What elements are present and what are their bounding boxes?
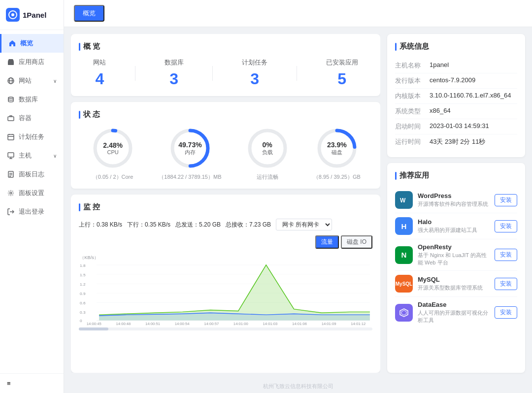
svg-point-1 [11,13,14,16]
sidebar-item-panel-settings[interactable]: 面板设置 [0,184,64,202]
sysinfo-uptime-val: 43天 23时 2分 11秒 [430,137,485,146]
menu-toggle-icon: ≡ [7,380,11,387]
gauge-disk: 23.9% 磁盘 （8.95 / 39.25）GB [313,126,361,181]
sysinfo-kernel-key: 内核版本 [395,92,430,100]
home-icon [8,39,16,47]
overview-tab[interactable]: 概览 [74,5,104,22]
stat-installed-value: 5 [326,70,358,88]
sysinfo-kernel: 内核版本 3.10.0-1160.76.1.el7.x86_64 [395,89,517,104]
tab-traffic[interactable]: 流量 [315,235,339,249]
scrollbar-thumb[interactable] [79,328,108,330]
sidebar-item-website-label: 网站 [19,76,32,85]
sidebar-menu: 概览 应用商店 网站 ∨ 数据库 容器 [0,30,64,373]
app-name-dataease: DataEase [418,301,490,308]
monitor-stat-total-send: 总发送：5.20 GB [175,221,221,229]
install-btn-dataease[interactable]: 安装 [495,306,517,319]
sidebar-item-appstore[interactable]: 应用商店 [0,53,64,71]
app-item-dataease: DataEase 人人可用的开源数据可视化分析工具 安装 [395,297,517,328]
gauge-memory-center: 49.73% 内存 [178,141,201,156]
calendar-icon [7,133,15,141]
overview-card: 概 览 网站 4 数据库 3 计划任务 3 [71,34,380,96]
sysinfo-arch-key: 系统类型 [395,107,430,116]
stat-database-label: 数据库 [165,58,184,67]
app-name-mysql: MySQL [418,276,490,283]
apps-card: 推荐应用 W WordPress 开源博客软件和内容管理系统 安装 [387,163,525,373]
svg-text:14:00:48: 14:00:48 [116,322,131,326]
install-btn-wordpress[interactable]: 安装 [495,194,517,206]
svg-point-6 [8,97,13,98]
gauge-disk-sublabel: （8.95 / 39.25）GB [313,173,361,181]
install-btn-openresty[interactable]: 安装 [495,249,517,261]
gauge-cpu-center: 2.48% CPU [103,141,123,155]
svg-text:（KB/s）: （KB/s） [80,256,99,261]
app-name-wordpress: WordPress [418,192,490,199]
stat-website-label: 网站 [93,58,106,67]
svg-text:0: 0 [80,319,82,324]
app-info-halo: Halo 强大易用的开源建站工具 [418,218,490,234]
gauge-memory: 49.73% 内存 （1884.22 / 3789.15）MB [159,126,221,181]
sysinfo-boot-time: 启动时间 2023-01-03 14:59:31 [395,119,517,134]
stat-database: 数据库 3 [165,58,184,88]
svg-text:14:00:51: 14:00:51 [145,322,160,326]
gauge-cpu-value: 2.48% [103,141,123,149]
sidebar-item-overview[interactable]: 概览 [0,34,64,53]
svg-text:14:01:12: 14:01:12 [351,322,366,326]
app-item-halo: H Halo 强大易用的开源建站工具 安装 [395,213,517,239]
sidebar-item-panel-log[interactable]: 面板日志 [0,165,64,184]
install-btn-halo[interactable]: 安装 [495,220,517,232]
stat-tasks-label: 计划任务 [242,58,267,67]
sidebar-item-container-label: 容器 [19,114,32,123]
topbar: 概览 [64,0,532,27]
tab-disk-io[interactable]: 磁盘 IO [341,235,372,249]
sysinfo-card: 系统信息 主机名称 1panel 发行版本 centos-7.9.2009 内核… [387,34,525,157]
monitor-stat-download: 下行：0.35 KB/s [127,221,170,229]
gauge-load: 0% 负载 运行流畅 [245,126,290,181]
container-icon [7,114,15,122]
gauge-memory-sublabel: （1884.22 / 3789.15）MB [159,173,221,181]
app-item-wordpress: W WordPress 开源博客软件和内容管理系统 安装 [395,187,517,213]
status-card-title: 状 态 [79,110,372,119]
settings-icon [7,189,15,197]
app-item-openresty: N OpenResty 基于 Nginx 和 LuaJIT 的高性能 Web 平… [395,239,517,271]
sysinfo-arch-val: x86_64 [430,107,451,116]
sysinfo-uptime-key: 运行时间 [395,137,430,146]
monitor-card-title: 监 控 [79,202,372,212]
status-card: 状 态 2.48% CPU [71,102,380,189]
stat-database-value: 3 [165,70,184,88]
sidebar-item-host[interactable]: 主机 ∨ [0,146,64,165]
chevron-down-icon: ∨ [53,78,57,84]
gauge-cpu-label: CPU [103,149,123,155]
network-select[interactable]: 网卡 所有网卡 [276,219,332,230]
content-area: 概 览 网站 4 数据库 3 计划任务 3 [64,27,532,380]
logo-icon [6,8,20,22]
sidebar-item-database[interactable]: 数据库 [0,90,64,109]
svg-text:0.9: 0.9 [80,292,86,296]
log-icon [7,170,15,178]
svg-point-19 [10,192,12,194]
sysinfo-hostname-val: 1panel [430,61,449,70]
app-info-dataease: DataEase 人人可用的开源数据可视化分析工具 [418,301,490,324]
chart-scrollbar[interactable] [79,328,372,330]
sidebar-item-container[interactable]: 容器 [0,109,64,128]
monitor-stat-upload: 上行：0.38 KB/s [79,221,122,229]
app-info-openresty: OpenResty 基于 Nginx 和 LuaJIT 的高性能 Web 平台 [418,243,490,266]
svg-text:W: W [400,197,406,204]
dataease-svg [399,308,409,318]
app-icon-halo: H [395,217,413,235]
sidebar-item-logout[interactable]: 退出登录 [0,202,64,221]
gauge-cpu-sublabel: （0.05 / 2）Core [93,173,133,181]
status-gauges: 2.48% CPU （0.05 / 2）Core [79,126,372,181]
install-btn-mysql[interactable]: 安装 [495,278,517,290]
monitor-header: 上行：0.38 KB/s 下行：0.35 KB/s 总发送：5.20 GB 总接… [79,219,372,249]
sidebar-item-logout-label: 退出登录 [19,207,44,216]
sidebar-item-website[interactable]: 网站 ∨ [0,71,64,90]
stat-installed: 已安装应用 5 [326,58,358,88]
sidebar-footer[interactable]: ≡ [0,373,64,393]
sidebar-item-panel-log-label: 面板日志 [19,170,44,179]
chevron-down-icon-host: ∨ [53,153,57,159]
sysinfo-card-title: 系统信息 [395,42,517,51]
sidebar: 1Panel 概览 应用商店 网站 ∨ 数据库 [0,0,64,393]
store-icon [7,58,15,66]
gauge-memory-label: 内存 [178,149,201,156]
sidebar-item-tasks[interactable]: 计划任务 [0,128,64,146]
